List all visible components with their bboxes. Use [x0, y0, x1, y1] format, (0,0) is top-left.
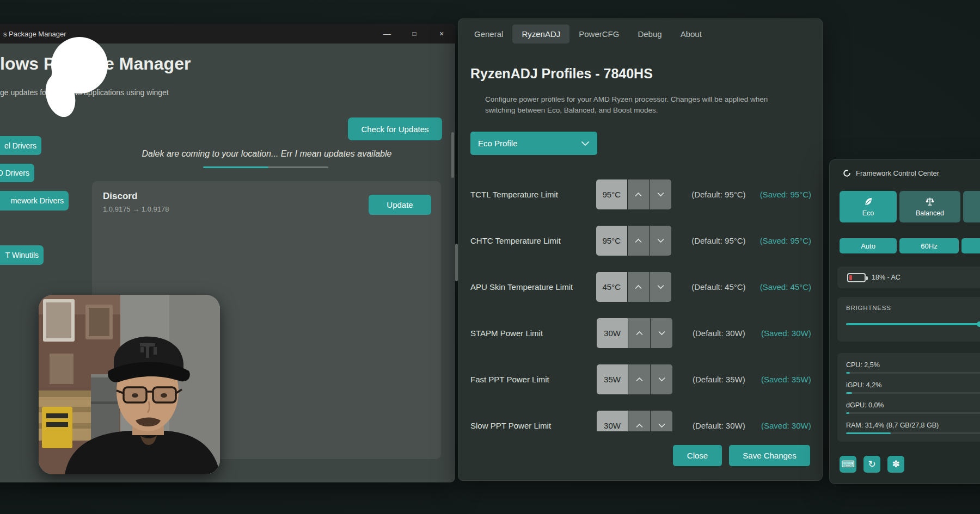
sidebar-button-amd-drivers[interactable]: D Drivers [0, 164, 34, 182]
minimize-button[interactable]: — [373, 24, 401, 44]
brightness-slider-thumb[interactable] [977, 321, 980, 327]
chevron-down-icon [657, 238, 664, 243]
stat-cpu: CPU: 2,5% [846, 360, 980, 374]
leaf-icon [863, 196, 874, 207]
stat-label: dGPU: 0,0% [846, 401, 884, 409]
brightness-fill [846, 323, 980, 325]
stat-dgpu: dGPU: 0,0% [846, 400, 980, 414]
stat-label: CPU: 2,5% [846, 361, 880, 369]
system-stats: CPU: 2,5% iGPU: 4,2% dGPU: 0,0% RAM: 31,… [837, 353, 980, 442]
sidebar-button-winutils[interactable]: T Winutils [0, 245, 44, 265]
close-button[interactable]: × [428, 24, 455, 44]
desktop: { "package_manager": { "window_title": "… [0, 0, 980, 514]
decrement-button[interactable] [651, 364, 672, 394]
spinner-value: 95°C [596, 179, 627, 209]
settings-list: TCTL Temperature Limit 95°C (Default: 95… [470, 171, 811, 431]
value-spinner: 95°C [596, 179, 671, 209]
stat-bar [846, 432, 980, 434]
tab-debug[interactable]: Debug [628, 24, 671, 44]
refresh-button-partial[interactable] [961, 238, 980, 253]
maximize-button[interactable]: □ [401, 24, 428, 44]
check-for-updates-button[interactable]: Check for Updates [348, 117, 442, 140]
increment-button[interactable] [628, 364, 650, 394]
history-icon: ↻ [868, 460, 875, 469]
update-button[interactable]: Update [369, 195, 431, 215]
decrement-button[interactable] [650, 179, 671, 209]
setting-row: APU Skin Temperature Limit 45°C (Default… [470, 264, 811, 310]
setting-row: CHTC Temperature Limit 95°C (Default: 95… [470, 218, 811, 264]
saved-value: (Saved: 30W) [761, 329, 811, 338]
chevron-down-icon [658, 331, 665, 336]
decrement-button[interactable] [651, 411, 672, 431]
saved-value: (Saved: 95°C) [760, 190, 811, 199]
spinner-value: 95°C [596, 226, 627, 256]
setting-label: Fast PPT Power Limit [470, 375, 597, 384]
saved-value: (Saved: 95°C) [760, 236, 811, 245]
battery-label: 18% - AC [872, 274, 901, 281]
default-value: (Default: 30W) [693, 329, 757, 338]
default-value: (Default: 35W) [693, 375, 757, 384]
increment-button[interactable] [628, 179, 650, 209]
section-title: RyzenADJ Profiles - 7840HS [470, 66, 653, 82]
decrement-button[interactable] [650, 272, 671, 302]
spinner-value: 30W [597, 411, 628, 431]
value-spinner: 35W [597, 364, 672, 394]
eco-mode-button[interactable]: Eco [840, 191, 897, 222]
setting-label: STAPM Power Limit [470, 329, 597, 338]
value-spinner: 45°C [596, 272, 671, 302]
scales-icon [924, 196, 935, 207]
keyboard-icon: ⌨ [841, 460, 855, 469]
window-controls: — □ × [373, 24, 455, 44]
update-progress-fill [203, 166, 268, 168]
increment-button[interactable] [628, 411, 650, 431]
increment-button[interactable] [628, 226, 650, 256]
ryzenadj-window: General RyzenADJ PowerCFG Debug About Ry… [458, 18, 823, 481]
default-value: (Default: 30W) [693, 421, 757, 430]
setting-label: TCTL Temperature Limit [470, 190, 596, 199]
chevron-down-icon [657, 192, 664, 197]
control-center-title: Framework Control Center [856, 169, 939, 177]
balanced-mode-button[interactable]: Balanced [899, 191, 960, 222]
sidebar-button-intel-drivers[interactable]: el Drivers [0, 136, 41, 155]
save-changes-button[interactable]: Save Changes [729, 445, 810, 466]
status-message: Dalek are coming to your location... Err… [109, 149, 425, 159]
webcam-overlay [39, 295, 220, 474]
setting-label: Slow PPT Power Limit [470, 421, 597, 430]
profile-dropdown[interactable]: Eco Profile [470, 132, 597, 155]
setting-row: TCTL Temperature Limit 95°C (Default: 95… [470, 171, 811, 218]
decrement-button[interactable] [650, 226, 671, 256]
default-value: (Default: 95°C) [691, 236, 755, 245]
mode-button-partial[interactable] [963, 191, 980, 222]
setting-row: STAPM Power Limit 30W (Default: 30W) (Sa… [470, 310, 811, 356]
value-spinner: 30W [597, 318, 672, 348]
stat-ram: RAM: 31,4% (8,7 GB/27,8 GB) [846, 420, 980, 434]
default-value: (Default: 45°C) [691, 282, 755, 292]
refresh-rate-buttons: Auto 60Hz [840, 238, 980, 253]
section-description: Configure power profiles for your AMD Ry… [485, 94, 782, 116]
default-value: (Default: 95°C) [691, 190, 755, 199]
tab-about[interactable]: About [671, 24, 711, 44]
tab-ryzenadj[interactable]: RyzenADJ [512, 24, 569, 44]
battery-fill [849, 275, 852, 280]
sidebar-button-framework-drivers[interactable]: mework Drivers [0, 191, 69, 210]
fan-button[interactable]: ✽ [887, 456, 904, 473]
brightness-slider[interactable] [846, 323, 980, 325]
tab-powercfg[interactable]: PowerCFG [569, 24, 628, 44]
chevron-up-icon [636, 423, 643, 428]
tab-general[interactable]: General [465, 24, 512, 44]
value-spinner: 95°C [596, 226, 671, 256]
scrollbar-thumb[interactable] [451, 132, 454, 178]
battery-icon [847, 273, 866, 282]
history-button[interactable]: ↻ [863, 456, 880, 473]
increment-button[interactable] [628, 272, 650, 302]
refresh-60hz-button[interactable]: 60Hz [899, 238, 959, 253]
close-dialog-button[interactable]: Close [673, 445, 722, 466]
refresh-auto-button[interactable]: Auto [840, 238, 897, 253]
increment-button[interactable] [628, 318, 650, 348]
decrement-button[interactable] [651, 318, 672, 348]
spinner-value: 45°C [596, 272, 627, 302]
battery-status: 18% - AC [837, 267, 980, 288]
chevron-up-icon [635, 192, 642, 197]
scrollbar-thumb[interactable] [455, 244, 458, 281]
keyboard-button[interactable]: ⌨ [840, 456, 856, 473]
